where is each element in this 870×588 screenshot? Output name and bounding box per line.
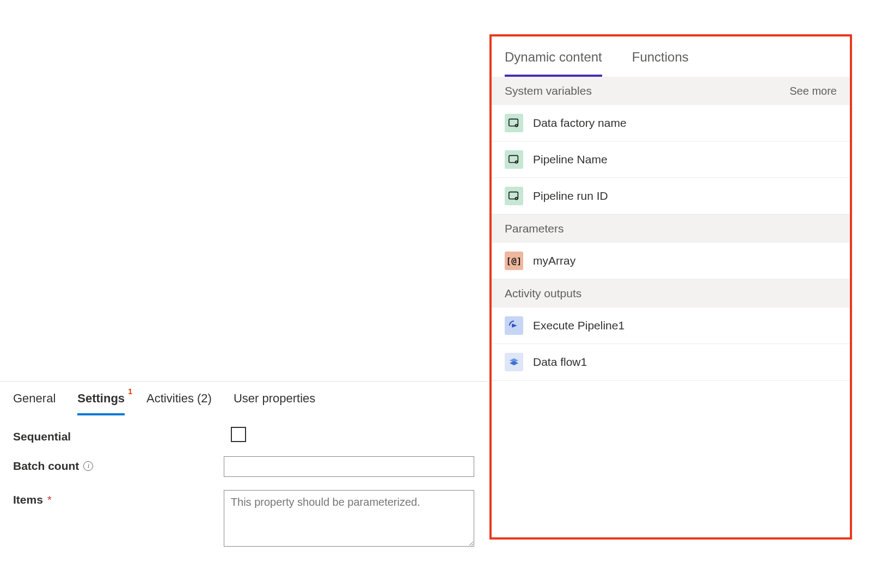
svg-point-8 bbox=[516, 198, 517, 199]
parameter-icon: [@] bbox=[505, 252, 523, 270]
checkbox-sequential[interactable] bbox=[231, 427, 246, 442]
section-system-variables-title: System variables bbox=[505, 84, 592, 97]
svg-point-5 bbox=[516, 161, 517, 162]
activity-output-execute-pipeline1[interactable]: Execute Pipeline1 bbox=[492, 308, 850, 344]
section-activity-outputs-title: Activity outputs bbox=[505, 287, 581, 300]
label-items: Items * bbox=[13, 490, 224, 506]
row-sequential: Sequential bbox=[13, 427, 474, 443]
dynamic-content-panel: Dynamic content Functions System variabl… bbox=[489, 34, 852, 540]
system-variable-icon bbox=[505, 150, 523, 169]
input-batch-count[interactable] bbox=[224, 456, 474, 477]
label-items-text: Items bbox=[13, 493, 43, 506]
activity-output-label: Execute Pipeline1 bbox=[533, 319, 624, 332]
system-variable-icon bbox=[505, 187, 523, 205]
tab-activities[interactable]: Activities (2) bbox=[146, 391, 212, 415]
row-batch-count: Batch count i bbox=[13, 456, 474, 477]
label-batch-count: Batch count i bbox=[13, 456, 224, 473]
section-parameters: Parameters bbox=[492, 215, 850, 243]
tab-functions[interactable]: Functions bbox=[632, 50, 689, 77]
dynamic-panel-tabs: Dynamic content Functions bbox=[492, 36, 850, 77]
section-parameters-title: Parameters bbox=[505, 222, 564, 235]
tab-general[interactable]: General bbox=[13, 391, 56, 415]
sysvar-label: Pipeline Name bbox=[533, 153, 608, 166]
input-items[interactable] bbox=[224, 490, 474, 547]
tab-dynamic-content[interactable]: Dynamic content bbox=[505, 50, 602, 77]
row-items: Items * bbox=[13, 490, 474, 547]
activity-output-data-flow1[interactable]: Data flow1 bbox=[492, 344, 850, 381]
svg-point-2 bbox=[516, 125, 517, 126]
see-more-sysvars[interactable]: See more bbox=[789, 85, 837, 97]
sysvar-pipeline-name[interactable]: Pipeline Name bbox=[492, 142, 850, 178]
activity-output-label: Data flow1 bbox=[533, 356, 587, 369]
section-system-variables: System variables See more bbox=[492, 77, 850, 105]
required-asterisk: * bbox=[47, 493, 52, 506]
info-icon[interactable]: i bbox=[83, 461, 93, 471]
sysvar-label: Pipeline run ID bbox=[533, 189, 608, 203]
sysvar-pipeline-run-id[interactable]: Pipeline run ID bbox=[492, 178, 850, 215]
properties-tabs: General Settings 1 Activities (2) User p… bbox=[0, 382, 487, 416]
parameter-label: myArray bbox=[533, 254, 575, 267]
section-activity-outputs: Activity outputs bbox=[492, 279, 850, 308]
sysvar-data-factory-name[interactable]: Data factory name bbox=[492, 105, 850, 142]
sysvar-label: Data factory name bbox=[533, 117, 627, 130]
tab-user-properties[interactable]: User properties bbox=[234, 391, 315, 415]
tab-settings[interactable]: Settings 1 bbox=[77, 391, 125, 415]
activity-properties-panel: General Settings 1 Activities (2) User p… bbox=[0, 381, 487, 560]
system-variable-icon bbox=[505, 114, 523, 132]
label-batch-count-text: Batch count bbox=[13, 460, 79, 473]
svg-marker-9 bbox=[512, 323, 517, 327]
parameter-myarray[interactable]: [@] myArray bbox=[492, 243, 850, 279]
tab-settings-badge: 1 bbox=[128, 387, 132, 396]
label-sequential: Sequential bbox=[13, 427, 231, 443]
tab-settings-label: Settings bbox=[77, 391, 125, 405]
data-flow-icon bbox=[505, 353, 523, 371]
execute-pipeline-icon bbox=[505, 316, 523, 335]
settings-form: Sequential Batch count i Items * bbox=[0, 416, 487, 547]
